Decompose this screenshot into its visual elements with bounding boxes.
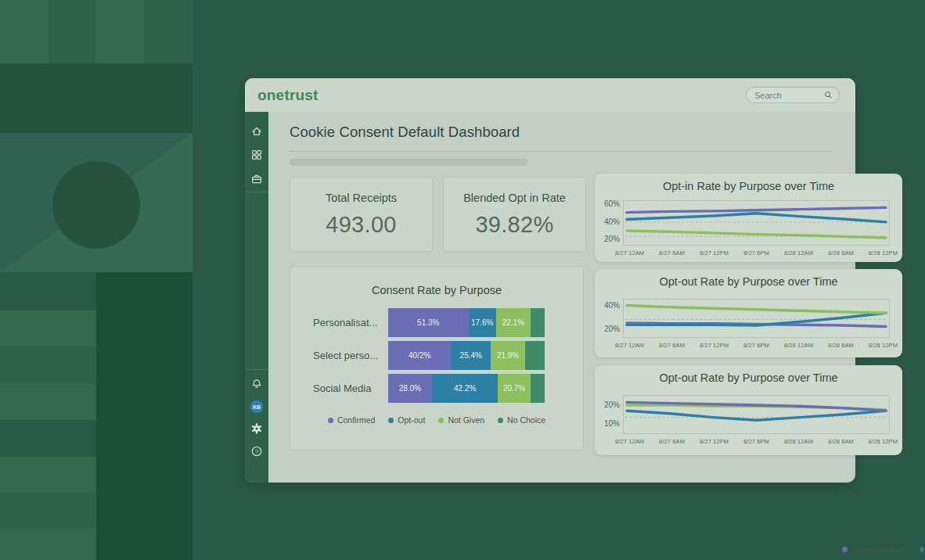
bar-segment-green[interactable]: 22.1% (496, 308, 531, 337)
x-tick-label: 8/28 12PM (869, 342, 898, 349)
search-input[interactable] (754, 91, 823, 100)
chart-title: Opt-in Rate by Purpose over Time (595, 180, 902, 192)
consent-rate-card: Consent Rate by Purpose Personalisat...5… (290, 266, 584, 451)
x-tick-label: 8/28 12AM (784, 342, 813, 349)
legend-item: Not Given (438, 415, 484, 425)
stat-value: 39.82% (475, 212, 553, 238)
bell-icon[interactable] (250, 378, 263, 390)
bar-segment-purple[interactable]: 40/2% (388, 341, 451, 370)
bar-segment-teal[interactable]: 25.4% (451, 341, 491, 370)
y-tick-label: 20% (594, 400, 620, 409)
briefcase-icon[interactable] (250, 173, 263, 185)
bar-segment-green[interactable]: 20.7% (498, 374, 530, 403)
x-tick-label: 8/27 12AM (615, 438, 644, 445)
bar-row: Select perso...40/2%25.4%21.9% (313, 341, 583, 370)
y-tick-label: 20% (594, 235, 620, 243)
y-tick-label: 10% (594, 419, 620, 428)
x-tick-label: 8/28 12AM (784, 249, 813, 257)
bar-segment-darkgreen[interactable] (531, 374, 545, 403)
bar-row: Personalisat...51.3%17.6%22.1% (313, 308, 583, 337)
line-plot: 40%20% (623, 299, 890, 338)
stat-value: 493.00 (326, 212, 397, 238)
bar-segment-darkgreen[interactable] (525, 341, 545, 370)
y-tick-label: 60% (594, 199, 620, 208)
y-tick-label: 20% (594, 325, 620, 333)
title-divider (290, 151, 832, 152)
onetrust-logo: onetrust (257, 87, 319, 104)
sidebar-divider (245, 369, 268, 370)
x-tick-label: 8/28 6AM (828, 438, 854, 445)
bar-segment-purple[interactable]: 28.0% (388, 374, 432, 403)
line-series-purple[interactable] (627, 207, 886, 212)
line-series-green[interactable] (627, 306, 886, 314)
stat-card-total-receipts: Total Receipts 493.00 (290, 177, 433, 252)
page-title: Cookie Consent Default Dashboard (290, 124, 832, 141)
x-tick-label: 8/27 12PM (700, 438, 729, 445)
x-axis-labels: 8/27 12AM8/27 6AM8/27 12PM8/27 6PM8/28 1… (615, 438, 898, 445)
bar-track: 28.0%42.2%20.7% (388, 374, 545, 403)
bar-segment-green[interactable]: 21.9% (491, 341, 525, 370)
bar-segment-purple[interactable]: 51.3% (388, 308, 469, 337)
x-tick-label: 8/28 6AM (828, 342, 854, 349)
legend-dot (842, 547, 848, 552)
stat-label: Blended Opt in Rate (463, 192, 566, 204)
avatar[interactable]: KB (250, 400, 263, 413)
bar-segment-teal[interactable]: 42.2% (432, 374, 498, 403)
home-icon[interactable] (250, 125, 263, 138)
line-chart-stack: Opt-in Rate by Purpose over Time 60%40%2… (595, 174, 902, 459)
bar-category-label: Social Media (313, 382, 388, 394)
legend-dot (438, 418, 444, 423)
x-tick-label: 8/27 6AM (659, 342, 685, 349)
sidebar-nav: KB ? (245, 112, 268, 483)
x-tick-label: 8/27 6PM (743, 249, 769, 257)
x-tick-label: 8/28 12AM (784, 438, 813, 445)
opt-out-rate-card-2: Opt-out Rate by Purpose over Time 20%10%… (595, 365, 902, 455)
search-box[interactable] (746, 87, 840, 103)
x-tick-label: 8/27 12AM (615, 342, 644, 349)
bar-track: 40/2%25.4%21.9% (388, 341, 545, 370)
x-tick-label: 8/28 12PM (869, 249, 898, 257)
legend-item: Opt-out (388, 415, 425, 425)
x-tick-label: 8/27 6PM (743, 438, 769, 445)
chart-title: Opt-out Rate by Purpose over Time (595, 275, 902, 288)
x-tick-label: 8/27 12PM (700, 249, 729, 257)
purpose-legend: PersonalizationSelect personalized adsSo… (842, 535, 925, 560)
y-tick-label: 40% (594, 301, 620, 310)
bar-row: Social Media28.0%42.2%20.7% (313, 374, 583, 403)
bar-track: 51.3%17.6%22.1% (388, 308, 545, 337)
line-plot: 20%10% (623, 395, 890, 434)
x-tick-label: 8/28 6AM (828, 249, 854, 257)
gear-icon[interactable] (250, 422, 263, 435)
legend-item: Confirmed (328, 415, 375, 425)
bar-category-label: Personalisat... (313, 317, 388, 328)
grid-icon[interactable] (250, 149, 263, 161)
search-icon (823, 90, 833, 100)
x-tick-label: 8/27 12AM (615, 249, 644, 257)
app-header: onetrust (245, 78, 855, 112)
x-tick-label: 8/27 6PM (743, 342, 769, 349)
x-tick-label: 8/27 12PM (700, 342, 729, 349)
x-tick-label: 8/27 6AM (659, 249, 685, 257)
filter-skeleton-bar (290, 159, 527, 166)
line-series-teal[interactable] (627, 411, 886, 420)
legend-label: Opt-out (398, 415, 425, 425)
legend-item: No Choice (498, 415, 545, 425)
legend-item: Personalization (842, 535, 908, 560)
stat-card-blended-opt-in: Blended Opt in Rate 39.82% (443, 177, 586, 252)
bar-segment-teal[interactable]: 17.6% (469, 308, 496, 337)
stat-label: Total Receipts (326, 192, 397, 204)
bar-segment-darkgreen[interactable] (531, 308, 545, 337)
line-series-teal[interactable] (627, 214, 886, 222)
svg-text:?: ? (255, 448, 259, 455)
legend-item: Select personalized ads (920, 535, 925, 560)
line-series-green[interactable] (627, 231, 886, 238)
x-tick-label: 8/28 12PM (869, 438, 898, 445)
legend-dot (920, 547, 923, 552)
legend-label: Confirmed (337, 415, 375, 425)
opt-in-rate-card: Opt-in Rate by Purpose over Time 60%40%2… (595, 174, 902, 262)
legend-dot (328, 418, 333, 423)
consent-rate-legend: ConfirmedOpt-outNot GivenNo Choice (290, 415, 583, 425)
legend-dot (388, 418, 394, 423)
help-icon[interactable]: ? (250, 445, 263, 458)
y-tick-label: 40% (594, 217, 620, 226)
